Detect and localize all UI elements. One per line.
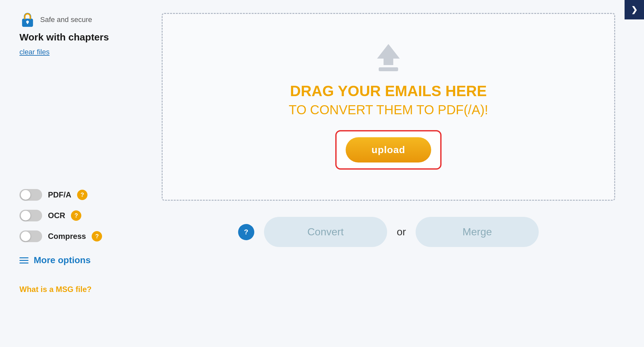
compress-help-icon[interactable]: ? <box>92 231 102 241</box>
right-tab[interactable]: ❯ <box>625 0 644 19</box>
lock-icon <box>19 12 36 28</box>
toggle-row-compress: Compress ? <box>19 230 123 242</box>
svg-marker-4 <box>377 44 400 65</box>
compress-label: Compress <box>48 232 86 241</box>
hamburger-icon <box>19 257 29 263</box>
convert-button[interactable]: Convert <box>264 217 387 247</box>
svg-rect-3 <box>27 22 28 24</box>
ocr-toggle[interactable] <box>19 210 42 221</box>
upload-button[interactable]: upload <box>346 137 431 162</box>
drop-zone[interactable]: DRAG YOUR EMAILS HERE TO CONVERT THEM TO… <box>162 13 615 201</box>
upload-arrow-icon <box>372 44 405 74</box>
clear-files-link[interactable]: clear files <box>19 48 50 56</box>
brand-title: Work with chapters <box>19 32 123 43</box>
or-separator: or <box>397 226 406 238</box>
more-options-row[interactable]: More options <box>19 255 123 265</box>
toggle-row-ocr: OCR ? <box>19 210 123 221</box>
svg-rect-5 <box>379 67 398 71</box>
drop-zone-sub-text: TO CONVERT THEM TO PDF(/A)! <box>289 103 488 117</box>
ocr-help-icon[interactable]: ? <box>71 210 81 221</box>
pdfa-toggle[interactable] <box>19 189 42 201</box>
compress-toggle[interactable] <box>19 230 42 242</box>
merge-button[interactable]: Merge <box>416 217 539 247</box>
drop-zone-main-text: DRAG YOUR EMAILS HERE <box>290 82 487 100</box>
convert-help-icon[interactable]: ? <box>238 224 254 240</box>
brand-row: Safe and secure <box>19 12 123 28</box>
footer-hint: What is a MSG file? <box>19 285 123 294</box>
toggle-row-pdfa: PDF/A ? <box>19 189 123 201</box>
pdfa-help-icon[interactable]: ? <box>77 190 87 200</box>
upload-btn-highlight: upload <box>335 130 442 170</box>
ocr-label: OCR <box>48 211 65 220</box>
chevron-right-icon: ❯ <box>631 5 638 14</box>
main-content: DRAG YOUR EMAILS HERE TO CONVERT THEM TO… <box>143 0 644 347</box>
sidebar: Safe and secure Work with chapters clear… <box>0 0 143 347</box>
brand-safe-text: Safe and secure <box>40 16 92 24</box>
action-row: ? Convert or Merge <box>162 217 615 247</box>
pdfa-label: PDF/A <box>48 190 71 199</box>
toggles-area: PDF/A ? OCR ? Compress ? <box>19 189 123 242</box>
more-options-text: More options <box>34 255 91 265</box>
